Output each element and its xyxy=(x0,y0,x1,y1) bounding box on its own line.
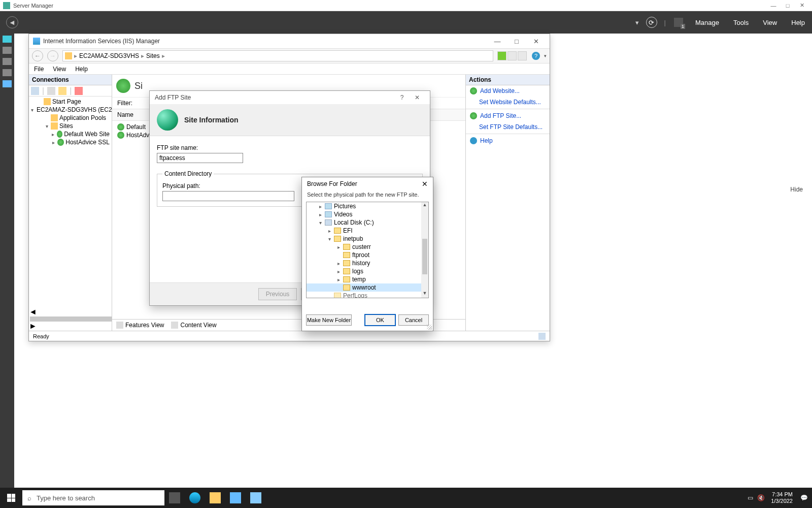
help-action[interactable]: Help xyxy=(466,135,550,146)
save-icon[interactable] xyxy=(47,87,55,95)
all-servers-nav-icon[interactable] xyxy=(3,58,12,65)
start-page-node[interactable]: Start Page xyxy=(52,98,81,105)
stop-icon[interactable] xyxy=(75,87,83,95)
set-ftp-defaults-action[interactable]: Set FTP Site Defaults... xyxy=(466,121,550,133)
maximize-button[interactable]: □ xyxy=(781,3,795,9)
notifications-flag-icon[interactable] xyxy=(674,18,683,27)
videos-node[interactable]: Videos xyxy=(334,211,352,218)
pictures-node[interactable]: Pictures xyxy=(334,203,356,210)
nav-forward-button[interactable]: → xyxy=(47,50,58,61)
system-tray[interactable]: ▭ 🔇 xyxy=(748,494,768,501)
logs-node[interactable]: logs xyxy=(352,268,363,275)
add-ftp-site-action[interactable]: Add FTP Site... xyxy=(466,110,550,121)
ftp-dialog-help-button[interactable]: ? xyxy=(394,94,410,101)
server-manager-icon xyxy=(3,2,10,9)
inetpub-node[interactable]: inetpub xyxy=(343,235,363,242)
explorer-taskbar-icon[interactable] xyxy=(205,488,225,508)
wwwroot-node[interactable]: wwwroot xyxy=(352,284,376,291)
task-view-button[interactable] xyxy=(164,488,185,508)
tray-sound-icon[interactable]: 🔇 xyxy=(757,494,765,501)
server-manager-content: Hide Internet Information Services (IIS)… xyxy=(14,34,812,488)
toolbar-icon-2[interactable] xyxy=(507,51,517,60)
features-view-tab[interactable]: Features View xyxy=(116,322,164,329)
ok-button[interactable]: OK xyxy=(365,314,395,326)
local-server-nav-icon[interactable] xyxy=(3,47,12,54)
iis-menubar: File View Help xyxy=(29,64,550,75)
nav-back-button[interactable]: ← xyxy=(32,50,43,61)
start-button[interactable] xyxy=(0,488,22,508)
help-menu[interactable]: Help xyxy=(784,19,812,26)
action-center-button[interactable]: 💬 xyxy=(796,488,812,508)
edge-taskbar-icon[interactable] xyxy=(185,488,205,508)
ftp-dialog-close-button[interactable]: ✕ xyxy=(410,94,425,101)
close-button[interactable]: ✕ xyxy=(795,2,809,9)
breadcrumb-sites[interactable]: Sites xyxy=(146,52,160,59)
ftp-site-name-input[interactable] xyxy=(157,153,243,163)
physical-path-input[interactable] xyxy=(162,191,294,201)
server-manager-sidebar xyxy=(0,34,14,488)
vertical-scrollbar[interactable]: ▲▼ xyxy=(421,202,428,298)
iis-close-button[interactable]: ✕ xyxy=(526,38,546,45)
globe-icon xyxy=(57,139,64,146)
ftproot-node[interactable]: ftproot xyxy=(352,251,369,259)
custerr-node[interactable]: custerr xyxy=(352,243,371,250)
up-icon[interactable] xyxy=(58,87,66,95)
iis-minimize-button[interactable]: — xyxy=(488,38,507,45)
help-icon[interactable]: ? xyxy=(532,52,540,60)
tray-network-icon[interactable]: ▭ xyxy=(748,494,753,501)
browse-dialog-close-button[interactable]: ✕ xyxy=(422,180,428,188)
taskbar-clock[interactable]: 7:34 PM 1/3/2022 xyxy=(768,491,796,504)
globe-icon xyxy=(117,132,124,139)
breadcrumb[interactable]: ▸ EC2AMAZ-SDG3VHS ▸ Sites ▸ xyxy=(62,50,493,61)
dashboard-nav-icon[interactable] xyxy=(3,36,12,43)
hostadvice-ssl-node[interactable]: HostAdvice SSL xyxy=(65,139,110,146)
back-button[interactable]: ◄ xyxy=(6,16,18,28)
view-menu[interactable]: View xyxy=(756,19,784,26)
taskbar: ⌕ Type here to search ▭ 🔇 7:34 PM 1/3/20… xyxy=(0,488,812,508)
minimize-button[interactable]: — xyxy=(766,3,781,9)
file-services-nav-icon[interactable] xyxy=(3,69,12,76)
iis-nav-icon[interactable] xyxy=(3,80,12,87)
local-disk-node[interactable]: Local Disk (C:) xyxy=(334,219,374,226)
perflogs-node[interactable]: PerfLogs xyxy=(343,292,367,298)
folder-tree[interactable]: ▸Pictures ▸Videos ▾Local Disk (C:) ▸EFI … xyxy=(306,202,429,298)
history-node[interactable]: history xyxy=(352,260,370,267)
make-new-folder-button[interactable]: Make New Folder xyxy=(306,314,352,326)
hide-link[interactable]: Hide xyxy=(790,186,803,193)
server-manager-taskbar-icon[interactable] xyxy=(225,488,246,508)
tools-menu[interactable]: Tools xyxy=(726,19,756,26)
connections-tree[interactable]: Start Page ▾EC2AMAZ-SDG3VHS (EC2AM Appli… xyxy=(29,97,112,307)
row-hostadv[interactable]: HostAdv xyxy=(126,132,149,139)
row-default[interactable]: Default xyxy=(126,123,146,131)
iis-maximize-button[interactable]: □ xyxy=(507,38,526,45)
toolbar-icon-1[interactable] xyxy=(497,51,506,60)
taskbar-search[interactable]: ⌕ Type here to search xyxy=(22,490,164,505)
refresh-button[interactable]: ⟳ xyxy=(646,17,657,28)
content-view-tab[interactable]: Content View xyxy=(171,322,216,329)
browse-dialog-description: Select the physical path for the new FTP… xyxy=(302,190,433,202)
sites-node[interactable]: Sites xyxy=(59,122,73,130)
efi-node[interactable]: EFI xyxy=(343,227,353,234)
breadcrumb-host[interactable]: EC2AMAZ-SDG3VHS xyxy=(79,52,139,59)
resize-grip[interactable] xyxy=(427,325,432,330)
help-menu-iis[interactable]: Help xyxy=(75,66,88,73)
browse-cancel-button[interactable]: Cancel xyxy=(398,314,429,326)
connect-icon[interactable] xyxy=(31,87,39,95)
manage-menu[interactable]: Manage xyxy=(688,19,726,26)
default-web-site-node[interactable]: Default Web Site xyxy=(64,131,110,138)
add-website-action[interactable]: Add Website... xyxy=(466,85,550,97)
globe-icon xyxy=(117,123,124,131)
folder-icon xyxy=(51,114,58,121)
view-menu-iis[interactable]: View xyxy=(53,66,66,73)
folder-icon xyxy=(343,276,350,282)
server-node[interactable]: EC2AMAZ-SDG3VHS (EC2AM xyxy=(37,106,112,113)
set-website-defaults-action[interactable]: Set Website Defaults... xyxy=(466,97,550,108)
horizontal-scrollbar[interactable]: ◄► xyxy=(29,307,112,331)
toolbar-icon-3[interactable] xyxy=(518,51,527,60)
file-menu[interactable]: File xyxy=(34,66,44,73)
iis-taskbar-icon[interactable] xyxy=(246,488,266,508)
app-pools-node[interactable]: Application Pools xyxy=(59,114,106,121)
filter-label: Filter: xyxy=(117,100,132,107)
folder-icon xyxy=(343,260,350,266)
temp-node[interactable]: temp xyxy=(352,276,366,283)
